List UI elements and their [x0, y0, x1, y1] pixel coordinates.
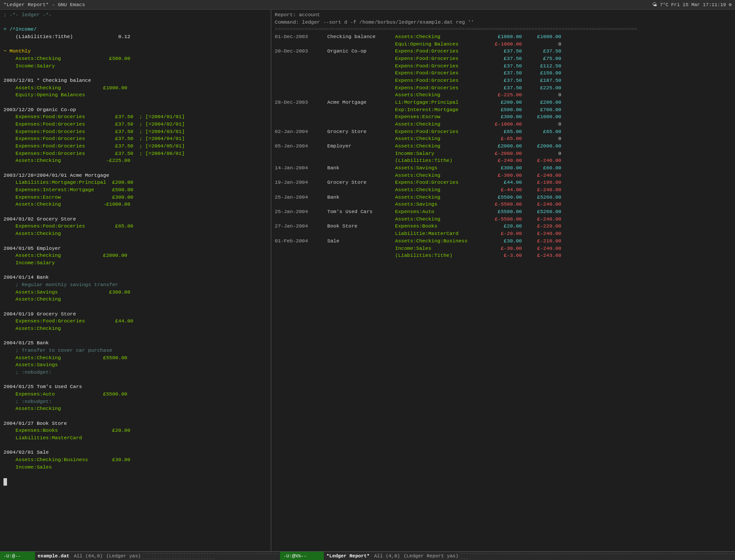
- left-pane-line: [4, 303, 267, 311]
- left-pane-line: ; -*- ledger -*-: [4, 11, 267, 19]
- left-pane-line: Income:Sales: [4, 464, 267, 471]
- left-pane-line: 2003/12/20 Organic Co-op: [4, 106, 267, 114]
- report-row: Income:Salary£-2000.000: [275, 150, 732, 158]
- left-pane-line: Assets:Checking £2000.00: [4, 252, 267, 259]
- report-row: Equi:Opening Balances£-1000.000: [275, 41, 732, 48]
- status-left-mode2: (Ledger yas): [105, 553, 143, 559]
- left-pane-line: Expenses:Interest:Mortgage £500.00: [4, 186, 267, 194]
- report-row: (Liabilities:Tithe)£-3.60£-243.60: [275, 252, 732, 259]
- left-pane-line: Expenses:Auto £5500.00: [4, 391, 267, 398]
- left-pane-line: Assets:Checking £5500.00: [4, 354, 267, 362]
- status-left-sep: ----------------------------------------…: [143, 551, 280, 560]
- right-report-pane[interactable]: Report: accountCommand: ledger --sort d …: [271, 10, 735, 551]
- report-row: Assets:Checking£-300.00£-240.00: [275, 172, 732, 179]
- left-pane-line: 2003/12/01 * Checking balance: [4, 77, 267, 84]
- left-pane-line: ; :nobudget:: [4, 398, 267, 406]
- title-bar: *Ledger Report* - GNU Emacs 🌤 7°C Fri 15…: [0, 0, 735, 10]
- left-pane-line: [4, 376, 267, 384]
- left-pane-line: ; Transfer to cover car purchase: [4, 347, 267, 354]
- report-row: Assets:Savings£-5500.00£-240.00: [275, 201, 732, 208]
- left-pane-line: 2004/01/14 Bank: [4, 274, 267, 281]
- left-pane-line: [4, 164, 267, 172]
- status-left-file: example.dat: [35, 553, 72, 559]
- left-pane-line: Liabilities:MasterCard: [4, 434, 267, 442]
- left-pane-line: [4, 208, 267, 216]
- left-pane-line: 2004/01/25 Tom's Used Cars: [4, 383, 267, 391]
- left-pane-line: [4, 19, 267, 26]
- left-pane-line: Expenses:Food:Groceries £37.50 ; [=2004/…: [4, 143, 267, 150]
- report-row: 19-Jan-2004 Grocery Store Expens:Food:Gr…: [275, 179, 732, 186]
- report-row: Expens:Food:Groceries£37.50£187.50: [275, 77, 732, 84]
- left-pane-line: Assets:Checking £1000.00: [4, 84, 267, 92]
- left-pane-line: Assets:Savings: [4, 361, 267, 369]
- report-row: 25-Jan-2004 Tom's Used Cars Expenses:Aut…: [275, 208, 732, 216]
- report-row: Liabilitie:MasterCard£-20.00£-240.00: [275, 230, 732, 238]
- report-row: 20-Dec-2003 Organic Co-op Expens:Food:Gr…: [275, 48, 732, 55]
- left-pane-line: [4, 41, 267, 48]
- left-pane-line: Assets:Checking: [4, 325, 267, 332]
- report-row: Assets:Checking£-225.000: [275, 91, 732, 99]
- weather-icon: 🌤 7°C: [652, 2, 668, 7]
- report-row: (Liabilities:Tithe)£-240.00£-240.00: [275, 157, 732, 164]
- report-separator: ========================================…: [275, 26, 732, 33]
- left-pane-line: Assets:Checking:Business £30.00: [4, 456, 267, 464]
- report-row: Expens:Food:Groceries£37.50£225.00: [275, 84, 732, 92]
- left-pane-line: (Liabilities:Tithe) 0.12: [4, 33, 267, 41]
- left-pane-line: Assets:Checking £500.00: [4, 55, 267, 63]
- left-pane-line: Expenses:Escrow £300.00: [4, 194, 267, 201]
- left-pane-line: Assets:Checking: [4, 296, 267, 303]
- left-pane-line: ; :nobudget:: [4, 369, 267, 376]
- left-pane-line: [4, 70, 267, 77]
- report-row: Assets:Checking£-5500.00£-240.00: [275, 216, 732, 223]
- title-bar-title: *Ledger Report* - GNU Emacs: [4, 2, 85, 7]
- left-pane-line: [4, 267, 267, 274]
- left-pane-line: Expenses:Food:Groceries £37.50 ; [=2004/…: [4, 121, 267, 128]
- status-right-mode: -U:@%%--: [280, 552, 324, 560]
- report-row: Assets:Checking£-44.00£-240.00: [275, 186, 732, 194]
- report-row: 28-Dec-2003 Acme Mortgage Li:Mortgage:Pr…: [275, 99, 732, 106]
- left-pane-line: 2003/12/28=2004/01/01 Acme Mortgage: [4, 172, 267, 179]
- report-header: Report: account: [275, 11, 732, 19]
- report-row: 02-Jan-2004 Grocery Store Expens:Food:Gr…: [275, 128, 732, 136]
- status-left-mode: -U:@--: [0, 552, 35, 560]
- left-pane-line: Liabilities:Mortgage:Principal £200.00: [4, 179, 267, 186]
- left-pane-line: 2004/01/25 Bank: [4, 340, 267, 347]
- left-pane-line: [4, 238, 267, 245]
- status-right-mode2: (Ledger Report yas): [402, 553, 460, 559]
- report-row: Assets:Checking£-65.000: [275, 135, 732, 143]
- left-pane-line: ; Regular monthly savings transfer: [4, 281, 267, 289]
- settings-icon: ⚙: [728, 2, 732, 7]
- report-row: 14-Jan-2004 Bank Assets:Savings£300.00£6…: [275, 164, 732, 172]
- time-display: Fri 15 Mar 17:11:19: [671, 2, 726, 7]
- left-pane-line: Expenses:Food:Groceries £37.50 ; [=2004/…: [4, 128, 267, 136]
- left-pane-line: [4, 99, 267, 106]
- left-pane-line: 2004/01/02 Grocery Store: [4, 216, 267, 223]
- left-pane-line: 2004/02/01 Sale: [4, 449, 267, 456]
- left-pane-line: [4, 332, 267, 340]
- left-pane-line: Assets:Savings £300.00: [4, 289, 267, 296]
- left-pane-line: Income:Salary: [4, 63, 267, 70]
- report-row: Expenses:Escrow£300.00£1000.00: [275, 113, 732, 121]
- report-row: 05-Jan-2004 Employer Assets:Checking£200…: [275, 143, 732, 150]
- title-bar-right: 🌤 7°C Fri 15 Mar 17:11:19 ⚙: [652, 2, 732, 7]
- left-editor-pane[interactable]: ; -*- ledger -*- = /^Income/ (Liabilitie…: [0, 10, 271, 551]
- left-pane-line: [4, 471, 267, 478]
- left-pane-line: Assets:Checking -£1000.00: [4, 201, 267, 208]
- left-pane-line: Assets:Checking: [4, 230, 267, 238]
- report-row: Expens:Food:Groceries£37.50£75.00: [275, 55, 732, 63]
- report-row: 25-Jan-2004 Bank Assets:Checking£5500.00…: [275, 194, 732, 201]
- left-pane-line: 2004/01/19 Grocery Store: [4, 311, 267, 318]
- report-row: 01-Feb-2004 Sale Assets:Checking:Busines…: [275, 238, 732, 245]
- left-pane-line: 2004/01/27 Book Store: [4, 420, 267, 427]
- left-pane-line: Income:Salary: [4, 259, 267, 267]
- cursor-line: [4, 478, 267, 486]
- left-pane-line: ~ Monthly: [4, 48, 267, 55]
- status-right-file: *Ledger Report*: [324, 553, 372, 559]
- status-right-info: All (4,0): [372, 553, 402, 559]
- status-left-info: All (64,0): [72, 553, 105, 559]
- report-row: Assets:Checking£-1000.000: [275, 121, 732, 128]
- report-row: 01-Dec-2003 Checking balance Assets:Chec…: [275, 33, 732, 41]
- left-pane-line: [4, 442, 267, 449]
- left-pane-line: 2004/01/05 Employer: [4, 245, 267, 252]
- left-pane-line: Equity:Opening Balances: [4, 91, 267, 99]
